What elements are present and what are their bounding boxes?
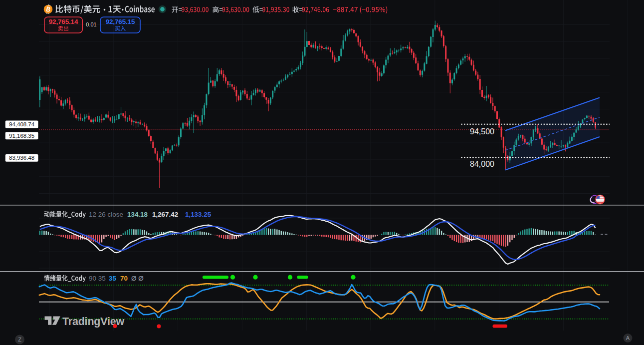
svg-text:A: A xyxy=(626,335,630,341)
svg-text:12 26 close: 12 26 close xyxy=(89,211,123,218)
svg-text:Z: Z xyxy=(18,337,21,343)
svg-text:92,765.15: 92,765.15 xyxy=(106,18,135,25)
svg-text:35: 35 xyxy=(109,275,116,282)
svg-text:134.18: 134.18 xyxy=(127,211,148,218)
svg-text:Ø Ø: Ø Ø xyxy=(131,275,144,282)
svg-text:84,000: 84,000 xyxy=(470,160,494,168)
svg-text:1,133.25: 1,133.25 xyxy=(185,211,212,218)
svg-text:91,168.35: 91,168.35 xyxy=(9,133,34,139)
svg-text:1,267.42: 1,267.42 xyxy=(152,211,178,218)
svg-text:90 35: 90 35 xyxy=(89,275,106,282)
svg-text:92,765.14: 92,765.14 xyxy=(49,18,78,25)
svg-text:94,500: 94,500 xyxy=(470,127,494,136)
svg-text:0.01: 0.01 xyxy=(86,21,96,27)
svg-text:83,936.48: 83,936.48 xyxy=(9,155,34,161)
svg-text:70: 70 xyxy=(120,275,128,282)
svg-text:94,408.74: 94,408.74 xyxy=(9,121,35,127)
